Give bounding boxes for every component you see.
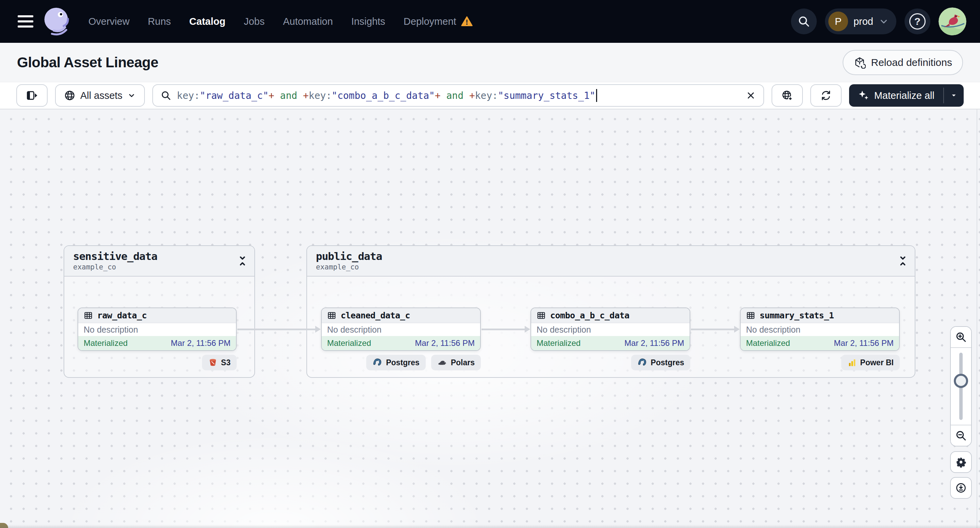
nav-item-runs[interactable]: Runs <box>148 16 171 27</box>
query-segment: + <box>435 90 441 101</box>
download-graph-button[interactable] <box>950 477 972 499</box>
reload-definitions-label: Reload definitions <box>871 57 953 68</box>
asset-name: summary_stats_1 <box>760 311 834 320</box>
environment-switcher[interactable]: P prod <box>825 8 896 34</box>
page-title: Global Asset Lineage <box>17 54 159 71</box>
tag-polars[interactable]: Polars <box>431 355 481 370</box>
materialize-all-label: Materialize all <box>874 90 934 101</box>
nav-item-overview[interactable]: Overview <box>88 16 130 27</box>
nav-item-label: Automation <box>283 16 333 27</box>
top-nav: Overview Runs Catalog Jobs Automation In… <box>0 0 980 43</box>
warning-icon <box>461 16 473 27</box>
panel-toggle-icon <box>26 89 38 101</box>
asset-node-cleaned_data_c[interactable]: cleaned_data_c No description Materializ… <box>321 308 481 351</box>
hamburger-menu-button[interactable] <box>14 11 37 32</box>
reload-definitions-button[interactable]: Reload definitions <box>843 50 963 75</box>
asset-name: combo_a_b_c_data <box>550 311 629 320</box>
asset-node-header: cleaned_data_c <box>322 308 480 323</box>
nav-item-label: Deployment <box>404 16 457 27</box>
canvas-right-edge <box>977 109 977 528</box>
tag-postgres[interactable]: Postgres <box>631 355 690 370</box>
asset-query-input[interactable]: key:"raw_data_c"+ and +key:"combo_a_b_c_… <box>152 84 764 107</box>
tag-row-summary_stats_1: Power BI <box>740 355 900 370</box>
status-badge: Materialized <box>84 338 127 348</box>
nav-right-cluster: P prod ? <box>791 8 966 35</box>
asset-status-row: Materialized Mar 2, 11:56 PM <box>741 336 899 350</box>
nav-item-label: Runs <box>148 16 171 27</box>
lineage-edge <box>482 328 525 330</box>
zoom-out-button[interactable] <box>951 425 971 446</box>
clear-query-button[interactable] <box>746 90 756 101</box>
globe-plus-icon <box>781 90 793 101</box>
query-segment: "raw_data_c" <box>200 90 269 101</box>
status-badge: Materialized <box>746 338 790 348</box>
open-asset-panel-button[interactable] <box>16 84 48 107</box>
collapse-group-button[interactable] <box>897 254 908 269</box>
materialize-all-button[interactable]: Materialize all <box>849 84 943 107</box>
minimap-corner <box>0 523 8 528</box>
nav-item-label: Overview <box>88 16 130 27</box>
query-segment: and <box>274 90 303 101</box>
asset-node-combo_a_b_c_data[interactable]: combo_a_b_c_data No description Material… <box>530 308 690 351</box>
sparkle-icon <box>858 90 870 101</box>
collapse-group-button[interactable] <box>237 254 248 269</box>
materialization-timestamp: Mar 2, 11:56 PM <box>624 338 684 348</box>
gear-icon <box>955 456 967 468</box>
dagster-logo[interactable] <box>41 5 73 38</box>
group-location: example_co <box>316 263 906 271</box>
group-name: sensitive_data <box>73 250 245 262</box>
query-segment: and <box>441 90 469 101</box>
tag-label: S3 <box>221 358 231 367</box>
polars-icon <box>437 357 447 368</box>
nav-links: Overview Runs Catalog Jobs Automation In… <box>88 16 473 27</box>
zoom-slider-knob[interactable] <box>954 374 968 388</box>
graph-settings-button[interactable] <box>950 451 972 473</box>
asset-node-summary_stats_1[interactable]: summary_stats_1 No description Materiali… <box>740 308 900 351</box>
chevron-down-icon <box>127 91 136 100</box>
asset-description: No description <box>322 323 480 336</box>
query-segment: + <box>269 90 274 101</box>
nav-item-deployment[interactable]: Deployment <box>404 16 473 27</box>
lineage-toolbar: All assets key:"raw_data_c"+ and +key:"c… <box>0 82 980 109</box>
global-search-button[interactable] <box>791 8 817 34</box>
nav-item-catalog[interactable]: Catalog <box>189 16 226 27</box>
refresh-graph-button[interactable] <box>810 84 842 107</box>
tag-row-combo_a_b_c_data: Postgres <box>530 355 690 370</box>
asset-status-row: Materialized Mar 2, 11:56 PM <box>322 336 480 350</box>
lineage-canvas: sensitive_data example_co public_data ex… <box>0 109 980 528</box>
tag-postgres[interactable]: Postgres <box>366 355 425 370</box>
table-icon <box>746 311 755 320</box>
tag-powerbi[interactable]: Power BI <box>841 355 900 370</box>
user-avatar[interactable] <box>939 8 966 35</box>
environment-label: prod <box>853 16 873 27</box>
search-icon <box>797 15 810 28</box>
query-segment: "summary_stats_1" <box>498 90 595 101</box>
help-icon: ? <box>909 13 926 30</box>
help-button[interactable]: ? <box>905 8 931 34</box>
tag-label: Polars <box>451 358 475 367</box>
tag-s3[interactable]: S3 <box>202 355 237 370</box>
reload-cube-icon <box>853 56 866 69</box>
query-text: key:"raw_data_c"+ and +key:"combo_a_b_c_… <box>177 89 597 102</box>
nav-item-jobs[interactable]: Jobs <box>244 16 264 27</box>
tag-row-cleaned_data_c: Postgres Polars <box>321 355 481 370</box>
tag-label: Postgres <box>651 358 684 367</box>
table-icon <box>327 311 336 320</box>
asset-status-row: Materialized Mar 2, 11:56 PM <box>531 336 690 350</box>
collapse-icon <box>237 254 248 268</box>
caret-down-icon <box>950 91 958 100</box>
query-segment: + <box>303 90 309 101</box>
asset-description: No description <box>78 323 236 336</box>
zoom-out-icon <box>955 430 967 441</box>
materialize-options-caret[interactable] <box>944 84 964 107</box>
zoom-in-button[interactable] <box>951 327 971 348</box>
download-icon <box>955 482 967 494</box>
asset-node-raw_data_c[interactable]: raw_data_c No description Materialized M… <box>78 308 237 351</box>
chevron-down-icon <box>879 16 889 27</box>
view-full-graph-button[interactable] <box>772 84 803 107</box>
nav-item-insights[interactable]: Insights <box>351 16 385 27</box>
asset-filter-dropdown[interactable]: All assets <box>55 84 145 107</box>
tag-label: Postgres <box>386 358 419 367</box>
nav-item-automation[interactable]: Automation <box>283 16 333 27</box>
asset-status-row: Materialized Mar 2, 11:56 PM <box>78 336 236 350</box>
